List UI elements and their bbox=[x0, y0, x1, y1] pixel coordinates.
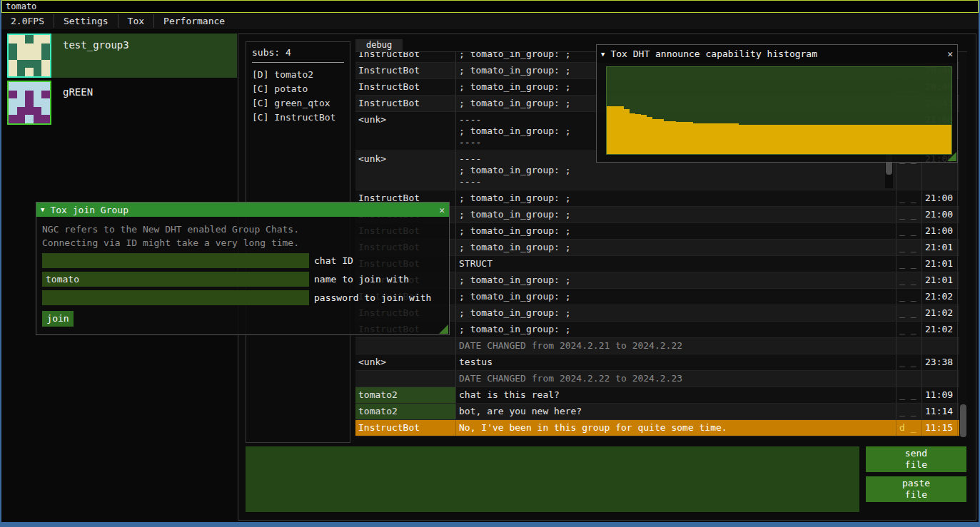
message-text: ; tomato_in_group: ; bbox=[456, 190, 896, 206]
group-avatar bbox=[7, 81, 51, 125]
histogram-bar bbox=[894, 125, 899, 154]
message-flags: _ _ bbox=[896, 272, 922, 288]
histogram-bar bbox=[784, 125, 790, 154]
message-row: <unk>testus_ _23:38 bbox=[355, 354, 967, 371]
scrollbar-thumb[interactable] bbox=[960, 404, 966, 437]
sender-name: InstructBot bbox=[355, 79, 456, 95]
histogram-bar bbox=[647, 117, 652, 154]
send-file-button[interactable]: send file bbox=[866, 446, 966, 472]
collapse-arrow-icon[interactable]: ▼ bbox=[41, 206, 44, 213]
os-titlebar[interactable]: tomato bbox=[1, 0, 979, 13]
separator bbox=[252, 62, 344, 63]
member-green_qtox[interactable]: [C] green_qtox bbox=[252, 96, 344, 111]
histogram-bar bbox=[624, 109, 630, 154]
tab-debug[interactable]: debug bbox=[355, 39, 403, 51]
chat-scrollbar[interactable] bbox=[959, 52, 967, 438]
message-timestamp: 11:09 bbox=[922, 387, 958, 403]
sender-name: InstructBot bbox=[355, 420, 456, 436]
paste-file-button[interactable]: paste file bbox=[866, 476, 966, 502]
sender-name: tomato2 bbox=[355, 387, 456, 403]
histogram-bar bbox=[744, 125, 750, 154]
join-password-label: password to join with bbox=[314, 292, 431, 303]
window-title: tomato bbox=[6, 1, 36, 11]
histogram-bar bbox=[607, 106, 612, 154]
histogram-bar bbox=[652, 119, 658, 154]
histogram-bar bbox=[899, 125, 905, 154]
menu-item-tox[interactable]: Tox bbox=[118, 13, 153, 29]
chat-id-label: chat ID bbox=[314, 255, 353, 266]
histogram-bar bbox=[682, 122, 687, 154]
sender-name: <unk> bbox=[355, 151, 456, 190]
close-icon[interactable]: ✕ bbox=[439, 205, 445, 215]
histogram-bar bbox=[762, 125, 767, 154]
collapse-arrow-icon[interactable]: ▼ bbox=[601, 51, 605, 58]
message-flags: _ _ bbox=[896, 256, 922, 272]
sender-name: InstructBot bbox=[355, 63, 456, 78]
message-input[interactable] bbox=[246, 446, 859, 512]
histogram-bar bbox=[635, 114, 641, 154]
histogram-bar bbox=[664, 121, 670, 154]
histogram-window-titlebar[interactable]: ▼ Tox DHT announce capability histogram … bbox=[597, 45, 957, 63]
histogram-bar bbox=[854, 125, 859, 154]
help-text-line2: Connecting via ID might take a very long… bbox=[42, 236, 443, 250]
histogram-bar bbox=[877, 125, 882, 154]
histogram-bar bbox=[733, 123, 739, 154]
message-timestamp: 21:02 bbox=[922, 322, 958, 337]
histogram-window-title: Tox DHT announce capability histogram bbox=[610, 48, 817, 59]
histogram-bar bbox=[750, 125, 756, 154]
resize-grip[interactable] bbox=[439, 324, 448, 334]
histogram-bar bbox=[831, 125, 837, 154]
histogram-bar bbox=[658, 119, 664, 154]
histogram-bar bbox=[923, 125, 929, 154]
message-timestamp: 21:00 bbox=[922, 223, 958, 239]
close-icon[interactable]: ✕ bbox=[947, 48, 953, 59]
member-potato[interactable]: [C] potato bbox=[252, 82, 344, 96]
histogram-bar bbox=[791, 125, 797, 154]
join-name-input[interactable] bbox=[42, 272, 309, 287]
message-timestamp: 21:02 bbox=[922, 305, 958, 321]
message-text: ; tomato_in_group: ; bbox=[456, 305, 896, 321]
join-window-body: NGC refers to the New DHT enabled Group … bbox=[36, 217, 449, 332]
member-list: [D] tomato2[C] potato[C] green_qtox[C] I… bbox=[252, 68, 344, 125]
message-text: DATE CHANGED from 2024.2.22 to 2024.2.23 bbox=[456, 371, 896, 387]
menu-item-settings[interactable]: Settings bbox=[54, 13, 118, 29]
group-item-green[interactable]: gREEN bbox=[7, 81, 237, 125]
app-window: tomato 2.0FPSSettingsToxPerformance test… bbox=[0, 0, 980, 527]
histogram-plot bbox=[606, 66, 952, 155]
member-InstructBot[interactable]: [C] InstructBot bbox=[252, 111, 344, 125]
message-row: InstructBotNo, I've been in this group f… bbox=[355, 420, 967, 436]
message-row: tomato2bot, are you new here?_ _11:14 bbox=[355, 404, 967, 420]
join-button[interactable]: join bbox=[42, 311, 74, 327]
message-row: tomato2chat is this real?_ _11:09 bbox=[355, 387, 967, 404]
group-item-test_group3[interactable]: test_group3 bbox=[7, 34, 237, 78]
message-text: ; tomato_in_group: ; bbox=[456, 207, 896, 222]
histogram-bar bbox=[773, 125, 779, 154]
message-flags: _ _ bbox=[896, 387, 922, 403]
message-timestamp bbox=[922, 371, 958, 387]
message-flags: _ _ bbox=[896, 190, 922, 206]
message-flags: _ _ bbox=[896, 240, 922, 255]
message-flags: _ _ bbox=[896, 404, 922, 419]
message-timestamp: 21:01 bbox=[922, 240, 958, 255]
histogram-bar bbox=[612, 106, 618, 154]
histogram-bar bbox=[641, 115, 647, 154]
member-tomato2[interactable]: [D] tomato2 bbox=[252, 68, 344, 82]
histogram-bar bbox=[670, 121, 676, 154]
sender-name bbox=[355, 338, 456, 354]
message-text: No, I've been in this group for quite so… bbox=[456, 420, 896, 436]
message-flags: d _ bbox=[896, 420, 922, 436]
message-flags bbox=[896, 371, 922, 387]
sender-name bbox=[355, 371, 456, 387]
histogram-bar bbox=[739, 125, 744, 154]
message-timestamp: 21:01 bbox=[922, 272, 958, 288]
join-password-input[interactable] bbox=[42, 290, 309, 305]
resize-grip[interactable] bbox=[947, 152, 956, 161]
sender-name: tomato2 bbox=[355, 404, 456, 419]
join-window-titlebar[interactable]: ▼ Tox join Group ✕ bbox=[36, 203, 449, 217]
menu-item-performance[interactable]: Performance bbox=[154, 13, 234, 29]
histogram-bar bbox=[767, 125, 773, 154]
subs-count: subs: 4 bbox=[252, 47, 344, 58]
group-name: test_group3 bbox=[63, 39, 129, 51]
histogram-bar bbox=[802, 125, 808, 154]
chat-id-input[interactable] bbox=[42, 253, 309, 268]
